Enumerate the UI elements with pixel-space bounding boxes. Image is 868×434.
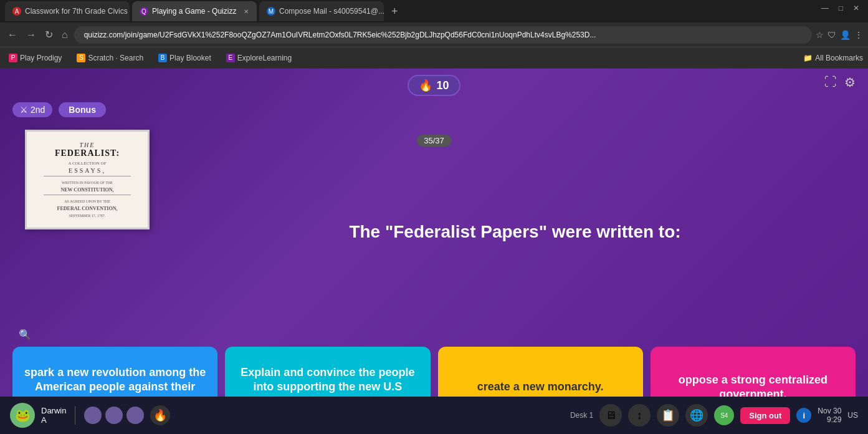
tab-quizizz-label: Playing a Game - Quizizz — [152, 7, 236, 16]
bookmark-blooket[interactable]: B Play Blooket — [155, 52, 215, 64]
reload-button[interactable]: ↻ — [42, 26, 55, 43]
dot2 — [105, 407, 123, 424]
bookmark-scratch-label: Scratch · Search — [88, 54, 143, 62]
maximize-button[interactable]: □ — [835, 2, 847, 14]
scratch-icon: S — [77, 54, 85, 62]
flame-icon: 🔥 — [419, 79, 432, 92]
bookmark-prodigy-label: Play Prodigy — [20, 54, 62, 62]
tab-gmail-icon: M — [267, 7, 275, 16]
user-avatar: 🐸 — [10, 403, 35, 428]
settings-icon[interactable]: ⚙ — [844, 75, 856, 90]
fed-line1: THE — [80, 142, 95, 148]
taskbar-app-2[interactable]: ↕ — [628, 404, 651, 427]
browser-chrome: A Classwork for 7th Grade Civics ✕ Q Pla… — [0, 0, 868, 69]
url-input[interactable] — [74, 26, 812, 44]
taskbar-right: Desk 1 🖥 ↕ 📋 🌐 S4 Sign out i Nov 30 9:29… — [570, 404, 858, 427]
minimize-button[interactable]: — — [818, 2, 832, 14]
bookmark-scratch[interactable]: S Scratch · Search — [73, 52, 147, 64]
fed-written: WRITTEN IN FAVOUR OF THE — [62, 181, 113, 185]
fed-separator — [44, 176, 130, 176]
fed-agreed: AS AGREED UPON BY THE — [64, 200, 110, 203]
fed-conv: FEDERAL CONVENTION, — [57, 206, 118, 211]
tab-quizizz-icon: Q — [140, 7, 148, 16]
star-icon[interactable]: ☆ — [816, 30, 824, 40]
bonus-label: Bonus — [69, 105, 96, 115]
progress-indicator: 35/37 — [416, 135, 452, 147]
question-text: The "Federalist Papers" were written to: — [174, 123, 856, 340]
player-rank-badge: ⚔ 2nd — [12, 102, 52, 117]
rank-icon: ⚔ — [20, 105, 28, 115]
fed-new-const: NEW CONSTITUTION, — [60, 187, 113, 193]
fed-separator2 — [44, 195, 130, 195]
time-info: Nov 30 9:29 — [818, 407, 841, 424]
fed-subtitle: A COLLECTION OF — [68, 161, 106, 166]
bookmark-explore[interactable]: E ExploreLearning — [222, 52, 295, 64]
blooket-icon: B — [158, 54, 167, 62]
rank-label: 2nd — [31, 105, 45, 115]
fire-badge: 🔥 — [150, 405, 170, 425]
score-badge: 🔥 10 — [408, 75, 460, 96]
player-bar: ⚔ 2nd Bonus 35/37 — [0, 102, 868, 117]
taskbar-app-1[interactable]: 🖥 — [599, 404, 622, 427]
address-icons: ☆ 🛡 👤 ⋮ — [816, 30, 863, 40]
taskbar-dots — [84, 407, 144, 424]
tab-gmail-label: Compose Mail - s40059541@... — [279, 7, 384, 16]
tab-quizizz[interactable]: Q Playing a Game - Quizizz ✕ — [132, 1, 257, 21]
desk-label: Desk 1 — [570, 411, 593, 420]
new-tab-button[interactable]: + — [386, 5, 403, 18]
dot1 — [84, 407, 102, 424]
region-label: US — [847, 411, 858, 420]
forward-button[interactable]: → — [24, 27, 39, 43]
address-bar: ← → ↻ ⌂ ☆ 🛡 👤 ⋮ — [0, 22, 868, 47]
fullscreen-icon[interactable]: ⛶ — [824, 75, 837, 89]
federalist-image: THE FEDERALIST: A COLLECTION OF ESSAYS, … — [25, 130, 150, 229]
bookmark-explore-label: ExploreLearning — [237, 54, 292, 62]
fed-title: FEDERALIST: — [55, 148, 120, 158]
bookmark-blooket-label: Play Blooket — [169, 54, 211, 62]
prodigy-icon: P — [9, 54, 17, 62]
profile-icon[interactable]: 👤 — [840, 30, 851, 40]
all-bookmarks[interactable]: 📁 All Bookmarks — [803, 54, 863, 62]
game-topbar: 🔥 10 ⛶ ⚙ — [0, 69, 868, 102]
home-button[interactable]: ⌂ — [59, 27, 70, 43]
close-button[interactable]: ✕ — [849, 2, 863, 14]
divider — [75, 406, 75, 425]
taskbar-app-3[interactable]: 📋 — [657, 404, 679, 427]
bonus-badge: Bonus — [59, 102, 106, 117]
date-display: Nov 30 — [818, 407, 841, 415]
taskbar-app-4[interactable]: 🌐 — [685, 404, 708, 427]
user-sub: A — [41, 415, 66, 425]
window-controls: — □ ✕ — [818, 2, 863, 14]
time-display: 9:29 — [818, 415, 841, 424]
signout-button[interactable]: Sign out — [740, 407, 790, 424]
bookmarks-bar: P Play Prodigy S Scratch · Search B Play… — [0, 47, 868, 69]
tab-bar: A Classwork for 7th Grade Civics ✕ Q Pla… — [0, 0, 868, 22]
explore-icon: E — [226, 54, 235, 62]
bookmark-prodigy[interactable]: P Play Prodigy — [5, 52, 65, 64]
question-area: THE FEDERALIST: A COLLECTION OF ESSAYS, … — [0, 117, 868, 347]
game-area: 🔥 10 ⛶ ⚙ ⚔ 2nd Bonus 35/37 THE FEDERALIS… — [0, 69, 868, 434]
fed-essays: ESSAYS, — [69, 167, 106, 174]
tab-classwork-icon: A — [12, 7, 21, 16]
tab-quizizz-close[interactable]: ✕ — [242, 6, 249, 16]
user-circle: S4 — [714, 405, 734, 425]
info-badge[interactable]: i — [796, 408, 811, 423]
score-value: 10 — [436, 79, 449, 92]
tab-classwork-label: Classwork for 7th Grade Civics — [25, 7, 128, 16]
user-name: Darwin — [41, 406, 66, 415]
user-info: Darwin A — [41, 406, 66, 425]
extension-icon[interactable]: 🛡 — [827, 30, 836, 40]
taskbar: 🐸 Darwin A 🔥 Desk 1 🖥 ↕ 📋 🌐 S4 Sign out … — [0, 397, 868, 434]
menu-icon[interactable]: ⋮ — [854, 30, 863, 40]
fed-date: SEPTEMBER 17, 1787. — [69, 214, 106, 218]
tab-classwork[interactable]: A Classwork for 7th Grade Civics ✕ — [5, 1, 130, 21]
image-panel: THE FEDERALIST: A COLLECTION OF ESSAYS, … — [12, 123, 162, 340]
zoom-icon[interactable]: 🔍 — [19, 329, 31, 340]
tab-gmail[interactable]: M Compose Mail - s40059541@... ✕ — [259, 1, 384, 21]
dot3 — [126, 407, 144, 424]
progress-value: 35/37 — [424, 136, 444, 145]
back-button[interactable]: ← — [5, 27, 20, 43]
